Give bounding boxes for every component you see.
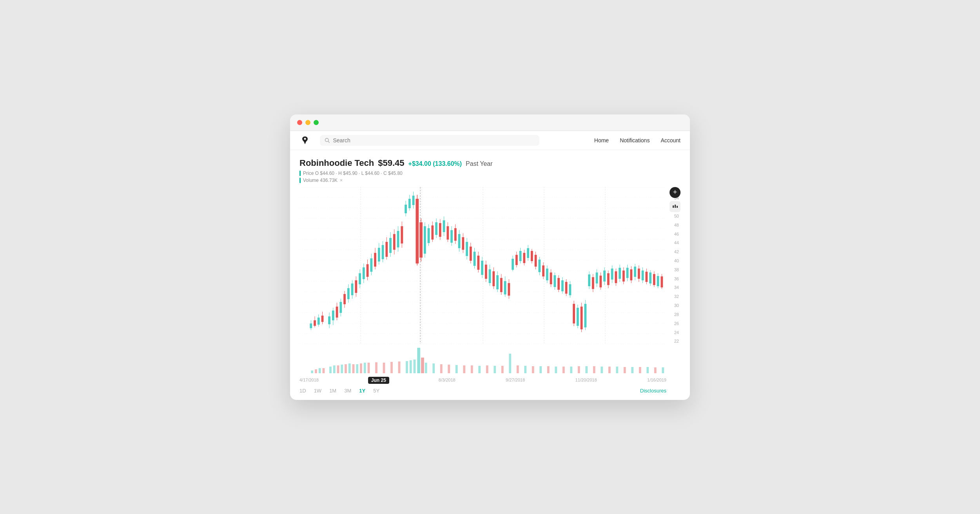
svg-rect-191 [626,268,629,278]
svg-rect-210 [311,371,313,373]
period-1d[interactable]: 1D [299,388,306,394]
search-bar[interactable] [320,135,539,146]
svg-rect-239 [463,365,465,373]
svg-rect-231 [414,360,416,373]
svg-rect-219 [323,368,325,373]
nav-notifications[interactable]: Notifications [620,137,650,143]
svg-rect-263 [646,367,649,373]
svg-rect-165 [577,308,579,326]
svg-rect-59 [374,253,376,267]
svg-rect-145 [538,260,541,272]
nav-home[interactable]: Home [594,137,609,143]
svg-rect-224 [368,363,370,373]
period-1m[interactable]: 1M [329,388,336,394]
time-period-selector: 1D 1W 1M 3M 1Y 5Y Disclosures [299,388,681,394]
svg-rect-55 [367,264,369,277]
svg-rect-227 [390,362,393,373]
svg-rect-153 [554,275,556,287]
svg-rect-117 [485,265,487,279]
svg-rect-215 [348,363,351,373]
svg-rect-220 [337,365,339,373]
svg-rect-33 [321,316,324,322]
x-axis: 4/17/2018 6/11/2018 Jun 25 8/3/2018 9/27… [299,375,681,384]
stock-period: Past Year [466,160,493,167]
svg-rect-252 [563,367,565,373]
search-icon [325,138,330,143]
tooltip-date: Jun 25 [368,377,389,384]
maximize-dot[interactable] [314,120,319,125]
nav-account[interactable]: Account [661,137,681,143]
period-1w[interactable]: 1W [314,388,322,394]
chart-area [299,187,666,375]
svg-rect-133 [515,255,518,265]
svg-rect-43 [343,294,346,304]
svg-rect-137 [523,253,525,263]
svg-rect-203 [649,272,652,283]
svg-rect-258 [608,367,611,373]
svg-rect-248 [532,366,534,373]
close-dot[interactable] [297,120,302,125]
svg-rect-266 [673,205,674,208]
svg-rect-261 [631,367,633,373]
svg-rect-251 [555,367,557,373]
svg-rect-245 [509,354,511,373]
svg-rect-91 [435,222,437,235]
svg-rect-181 [607,273,610,285]
svg-rect-101 [454,228,457,241]
svg-rect-265 [662,367,664,373]
svg-rect-155 [557,278,560,290]
svg-rect-161 [569,284,571,295]
minimize-dot[interactable] [305,120,310,125]
svg-rect-222 [352,364,355,373]
x-label-6: 1/16/2019 [647,378,666,382]
svg-rect-243 [494,366,496,373]
svg-rect-262 [639,367,641,373]
period-1y[interactable]: 1Y [359,388,365,394]
svg-rect-234 [425,363,427,373]
svg-rect-246 [517,365,519,373]
svg-rect-214 [341,365,343,373]
svg-rect-113 [477,256,479,270]
svg-rect-163 [573,304,575,323]
svg-rect-105 [462,237,464,250]
svg-rect-31 [318,318,320,325]
period-5y[interactable]: 5Y [373,388,379,394]
svg-rect-135 [519,251,522,261]
add-indicator-button[interactable]: + [670,187,681,198]
volume-close[interactable]: × [340,178,343,183]
stock-change: +$34.00 (133.60%) [408,160,462,167]
svg-rect-217 [364,363,366,373]
svg-rect-37 [332,311,334,320]
svg-rect-268 [677,206,678,208]
svg-rect-197 [638,269,640,279]
svg-rect-89 [431,225,434,240]
svg-rect-185 [615,271,617,283]
svg-rect-238 [456,365,458,373]
svg-rect-228 [398,361,401,373]
svg-rect-121 [492,271,495,286]
svg-rect-193 [630,269,632,280]
svg-rect-255 [585,366,588,373]
svg-rect-167 [581,307,583,329]
volume-indicator [299,178,301,183]
svg-rect-205 [653,274,655,285]
svg-rect-39 [336,307,338,318]
sidebar-controls: + [670,187,681,212]
period-3m[interactable]: 3M [344,388,351,394]
svg-rect-229 [406,361,408,373]
svg-rect-213 [333,365,336,373]
chart-type-button[interactable] [670,201,681,212]
svg-rect-267 [675,205,676,208]
svg-rect-123 [496,275,499,289]
svg-rect-67 [389,238,392,253]
svg-rect-53 [363,267,365,279]
svg-rect-73 [401,226,403,243]
svg-rect-242 [486,365,488,373]
svg-rect-187 [619,268,621,279]
svg-rect-183 [611,269,613,280]
svg-rect-69 [393,234,396,250]
search-input[interactable] [333,137,535,143]
disclosures-link[interactable]: Disclosures [640,388,666,394]
svg-rect-143 [535,255,537,267]
svg-rect-223 [360,363,362,373]
